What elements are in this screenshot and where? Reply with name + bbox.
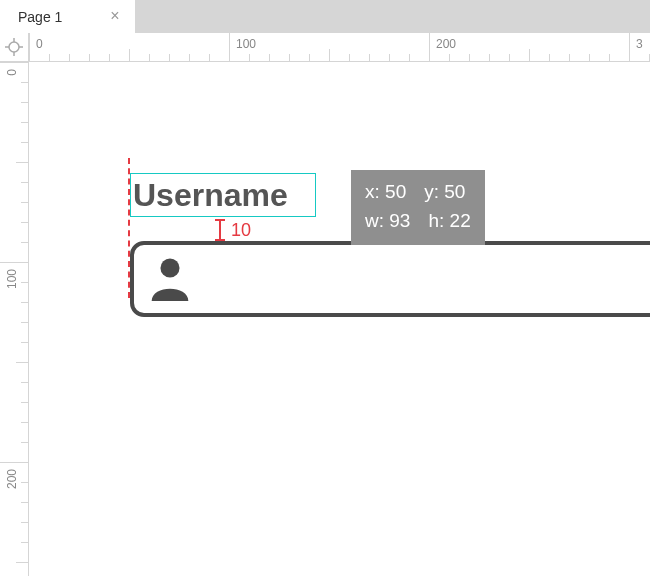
info-y-value: 50: [444, 181, 465, 202]
info-y-label: y:: [424, 181, 439, 202]
ruler-v-label: 200: [5, 469, 19, 489]
info-h-label: h:: [428, 210, 444, 231]
spacing-value: 10: [231, 220, 251, 241]
info-w-value: 93: [389, 210, 410, 231]
tab-page-1[interactable]: Page 1 ×: [0, 0, 135, 33]
info-w-label: w:: [365, 210, 384, 231]
info-x-label: x:: [365, 181, 380, 202]
label-text: Username: [133, 179, 288, 211]
selected-element-label[interactable]: Username: [130, 173, 316, 217]
ruler-h-label: 100: [236, 37, 256, 51]
tab-title: Page 1: [18, 9, 62, 25]
ruler-v-label: 0: [5, 69, 19, 76]
ruler-vertical[interactable]: 0 100 200: [0, 62, 29, 576]
info-x-value: 50: [385, 181, 406, 202]
ruler-v-label: 100: [5, 269, 19, 289]
ruler-h-label: 3: [636, 37, 643, 51]
ruler-horizontal[interactable]: 0 100 200 3: [29, 33, 650, 62]
canvas[interactable]: Username 10 x: 50 y: 50 w: 93 h: 22: [29, 62, 650, 576]
svg-point-5: [160, 258, 179, 277]
username-input-field[interactable]: [130, 241, 650, 317]
spacing-ibeam-icon: [215, 219, 225, 241]
ruler-origin[interactable]: [0, 33, 29, 62]
ruler-h-label: 0: [36, 37, 43, 51]
user-icon: [148, 255, 192, 303]
crosshair-icon: [5, 38, 23, 56]
selection-info-tooltip: x: 50 y: 50 w: 93 h: 22: [351, 170, 485, 245]
info-h-value: 22: [450, 210, 471, 231]
tab-bar: Page 1 ×: [0, 0, 650, 33]
spacing-indicator: 10: [215, 219, 251, 241]
svg-point-0: [9, 42, 19, 52]
close-icon[interactable]: ×: [107, 8, 123, 24]
ruler-h-label: 200: [436, 37, 456, 51]
